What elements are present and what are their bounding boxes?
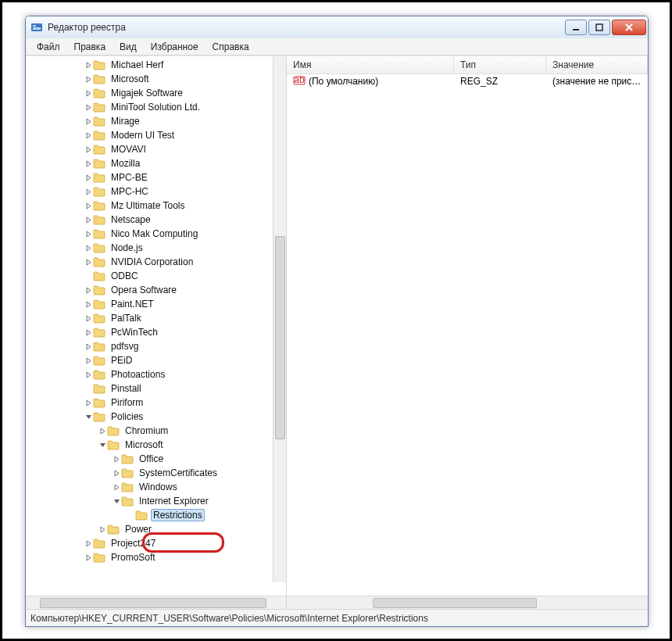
expand-icon[interactable] [98, 426, 107, 435]
tree-node[interactable]: Nico Mak Computing [26, 227, 286, 241]
tree-node[interactable]: Windows [26, 480, 286, 494]
scrollbar-thumb[interactable] [373, 598, 537, 608]
list-header[interactable]: ИмяТипЗначение [287, 56, 648, 74]
tree-label[interactable]: Paint.NET [109, 298, 156, 310]
expand-icon[interactable] [84, 88, 93, 98]
tree-label[interactable]: Michael Herf [109, 59, 166, 71]
tree-node[interactable]: Chromium [26, 424, 286, 438]
tree-node[interactable]: Microsoft [26, 72, 286, 86]
expand-icon[interactable] [112, 468, 121, 478]
tree-node[interactable]: pdfsvg [26, 339, 286, 353]
tree-node[interactable]: SystemCertificates [26, 466, 286, 480]
tree-node[interactable]: Netscape [26, 213, 286, 227]
tree-node[interactable]: MiniTool Solution Ltd. [26, 100, 286, 114]
value-row[interactable]: ab(По умолчанию)REG_SZ(значение не присв… [287, 74, 648, 88]
tree-label[interactable]: Modern UI Test [109, 129, 177, 141]
tree-label[interactable]: Node.js [109, 242, 145, 254]
tree-node[interactable]: Photoactions [26, 367, 286, 381]
tree-node[interactable]: Policies [26, 410, 286, 424]
close-button[interactable] [612, 20, 646, 35]
tree-label[interactable]: Windows [137, 481, 180, 493]
tree-label[interactable]: Restrictions [151, 509, 205, 521]
scrollbar-thumb[interactable] [40, 598, 266, 608]
tree-node[interactable]: Project247 [26, 536, 286, 550]
expand-icon[interactable] [84, 187, 93, 196]
tree-node[interactable]: Migajek Software [26, 86, 286, 100]
tree-node[interactable]: Modern UI Test [26, 128, 286, 142]
tree-label[interactable]: MiniTool Solution Ltd. [109, 101, 202, 113]
menu-file[interactable]: Файл [30, 40, 66, 54]
expand-icon[interactable] [84, 553, 93, 562]
expand-icon[interactable] [84, 215, 93, 224]
tree-label[interactable]: pdfsvg [109, 340, 141, 353]
expand-icon[interactable] [84, 145, 93, 154]
expand-icon[interactable] [84, 271, 93, 281]
menu-favorites[interactable]: Избранное [145, 40, 205, 54]
tree-node[interactable]: Pinstall [26, 381, 286, 396]
tree-node[interactable]: MPC-HC [26, 184, 286, 199]
tree-label[interactable]: PalTalk [109, 312, 144, 324]
tree-label[interactable]: Internet Explorer [137, 495, 211, 507]
expand-icon[interactable] [112, 496, 121, 506]
expand-icon[interactable] [84, 412, 93, 421]
tree-node[interactable]: ODBC [26, 269, 286, 283]
expand-icon[interactable] [84, 285, 93, 295]
expand-icon[interactable] [112, 482, 121, 492]
expand-icon[interactable] [84, 384, 93, 393]
column-header[interactable]: Тип [454, 56, 546, 73]
tree-node[interactable]: Mz Ultimate Tools [26, 199, 286, 213]
tree-label[interactable]: Opera Software [109, 284, 179, 296]
tree-label[interactable]: Mozilla [109, 157, 142, 170]
tree-node[interactable]: NVIDIA Corporation [26, 255, 286, 269]
registry-tree[interactable]: Michael HerfMicrosoftMigajek SoftwareMin… [26, 56, 286, 566]
menu-help[interactable]: Справка [206, 40, 256, 54]
expand-icon[interactable] [84, 328, 93, 337]
tree-node[interactable]: Piriform [26, 396, 286, 410]
tree-horizontal-scrollbar[interactable] [26, 596, 286, 609]
tree-node[interactable]: PcWinTech [26, 325, 286, 339]
tree-label[interactable]: MPC-HC [109, 185, 151, 198]
tree-node[interactable]: Microsoft [26, 438, 286, 452]
menu-view[interactable]: Вид [113, 40, 143, 54]
tree-node[interactable]: Office [26, 452, 286, 466]
expand-icon[interactable] [84, 201, 93, 210]
menu-edit[interactable]: Правка [68, 40, 113, 54]
tree-node[interactable]: Internet Explorer [26, 494, 286, 508]
expand-icon[interactable] [84, 229, 93, 238]
tree-node[interactable]: Paint.NET [26, 297, 286, 311]
tree-label[interactable]: Power [123, 523, 154, 535]
minimize-button[interactable] [565, 20, 587, 35]
column-header[interactable]: Имя [287, 56, 454, 73]
tree-node[interactable]: MPC-BE [26, 170, 286, 184]
titlebar[interactable]: Редактор реестра [26, 16, 648, 38]
tree-node[interactable]: Power [26, 522, 286, 536]
list-body[interactable]: ab(По умолчанию)REG_SZ(значение не присв… [287, 74, 648, 596]
expand-icon[interactable] [84, 131, 93, 140]
tree-label[interactable]: Microsoft [109, 73, 152, 85]
tree-label[interactable]: Netscape [109, 213, 153, 226]
expand-icon[interactable] [84, 243, 93, 252]
expand-icon[interactable] [84, 342, 93, 351]
tree-label[interactable]: MPC-BE [109, 171, 150, 184]
expand-icon[interactable] [84, 313, 93, 323]
expand-icon[interactable] [84, 116, 93, 126]
expand-icon[interactable] [112, 454, 121, 464]
tree-label[interactable]: Mz Ultimate Tools [109, 199, 187, 212]
expand-icon[interactable] [126, 510, 135, 520]
tree-label[interactable]: Photoactions [109, 368, 167, 381]
tree-node[interactable]: Michael Herf [26, 58, 286, 72]
tree-label[interactable]: Nico Mak Computing [109, 227, 200, 240]
expand-icon[interactable] [84, 257, 93, 267]
scrollbar-thumb[interactable] [275, 236, 285, 439]
tree-node[interactable]: MOVAVI [26, 142, 286, 156]
tree-node[interactable]: Mozilla [26, 156, 286, 170]
tree-label[interactable]: SystemCertificates [137, 467, 220, 479]
expand-icon[interactable] [84, 370, 93, 379]
tree-node[interactable]: Mirage [26, 114, 286, 128]
tree-vertical-scrollbar[interactable] [273, 56, 286, 582]
tree-label[interactable]: Pinstall [109, 382, 144, 395]
values-horizontal-scrollbar[interactable] [287, 596, 648, 609]
tree-label[interactable]: Chromium [123, 424, 170, 437]
tree-node[interactable]: PromoSoft [26, 550, 286, 564]
tree-node[interactable]: PalTalk [26, 311, 286, 325]
